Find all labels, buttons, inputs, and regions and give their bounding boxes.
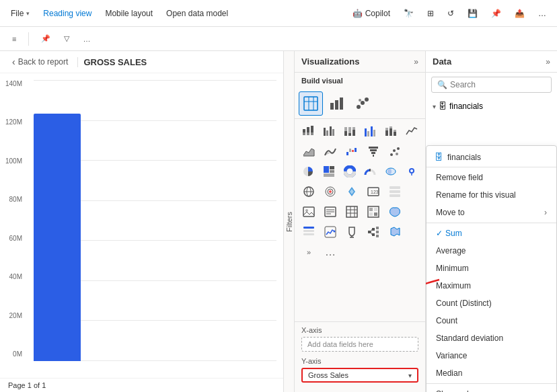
viz-clustered-col[interactable] <box>361 122 380 141</box>
ctx-sum[interactable]: ✓Sum <box>426 225 556 242</box>
context-menu: 🗄 financials Remove field Rename for thi… <box>426 145 557 392</box>
toolbar-more-btn[interactable]: … <box>79 32 94 46</box>
refresh-btn[interactable]: ↺ <box>442 6 459 21</box>
viz-filled-map[interactable] <box>381 162 401 181</box>
svg-rect-36 <box>394 130 396 132</box>
back-button[interactable]: ‹ Back to report <box>8 55 72 69</box>
viz-target[interactable] <box>320 182 340 201</box>
db-icon: 🗄 <box>439 102 447 111</box>
toolbar-pin-btn[interactable]: 📌 <box>37 32 54 46</box>
viz-100-stacked[interactable] <box>340 122 359 141</box>
viz-more-btn[interactable]: … <box>320 243 340 262</box>
y-label-120: 120M <box>5 118 22 126</box>
viz-filled-map-2[interactable] <box>385 223 405 241</box>
svg-point-67 <box>329 190 332 193</box>
search-box[interactable]: 🔍 <box>431 77 552 93</box>
viz-text-box[interactable] <box>320 202 340 221</box>
viz-ribbon[interactable] <box>320 142 340 161</box>
viz-card[interactable]: 123 <box>363 182 383 201</box>
viz-header-icons: » <box>414 57 418 67</box>
viz-decomp-tree[interactable] <box>363 223 383 241</box>
search-input[interactable] <box>450 80 551 89</box>
y-axis-value[interactable]: Gross Sales ▾ <box>301 368 418 383</box>
ctx-std-dev[interactable]: Standard deviation <box>426 329 556 347</box>
ctx-remove-field[interactable]: Remove field <box>426 169 556 186</box>
viz-matrix[interactable] <box>363 202 383 221</box>
ctx-variance[interactable]: Variance <box>426 347 556 364</box>
viz-image[interactable] <box>299 202 319 221</box>
menu-mobile-layout[interactable]: Mobile layout <box>100 6 158 21</box>
viz-stacked-col[interactable] <box>381 122 401 141</box>
viz-slicer[interactable] <box>299 223 319 241</box>
svg-point-9 <box>365 97 369 102</box>
svg-rect-32 <box>385 128 388 130</box>
viz-gauge[interactable] <box>361 162 380 181</box>
viz-clustered-bar[interactable] <box>320 122 339 141</box>
svg-rect-40 <box>355 148 357 152</box>
menu-reading-view[interactable]: Reading view <box>38 6 97 21</box>
ctx-move-to[interactable]: Move to › <box>426 204 556 221</box>
ctx-count-distinct[interactable]: Count (Distinct) <box>426 295 556 312</box>
viz-kpi[interactable] <box>320 223 340 241</box>
ctx-average[interactable]: Average <box>426 242 556 260</box>
share-btn[interactable]: 📤 <box>509 6 530 21</box>
viz-shape-map[interactable] <box>385 202 405 221</box>
viz-row-4: 123 <box>299 182 421 201</box>
hamburger-btn[interactable]: ≡ <box>8 32 20 46</box>
viz-scatter[interactable] <box>385 142 405 161</box>
viz-multi-row-card[interactable] <box>385 182 405 201</box>
bar-gross-sales[interactable] <box>34 114 81 361</box>
viz-expand-btn[interactable]: » <box>299 243 319 262</box>
copilot-btn[interactable]: 🤖 Copilot <box>347 6 396 21</box>
grid-btn[interactable]: ⊞ <box>422 6 439 21</box>
viz-globe[interactable] <box>299 182 319 201</box>
svg-rect-42 <box>370 149 377 151</box>
svg-text:123: 123 <box>371 190 379 194</box>
ctx-show-value-arrow-icon: › <box>544 389 547 392</box>
viz-treemap[interactable] <box>320 162 339 181</box>
viz-pie[interactable] <box>299 162 318 181</box>
ctx-minimum[interactable]: Minimum <box>426 260 556 277</box>
svg-rect-29 <box>371 126 373 136</box>
x-axis-input[interactable]: Add data fields here <box>301 337 418 352</box>
viz-funnel[interactable] <box>363 142 383 161</box>
viz-icon-scatter[interactable] <box>350 91 374 116</box>
viz-waterfall[interactable] <box>342 142 362 161</box>
svg-point-7 <box>357 105 361 109</box>
y-label-20: 20M <box>9 312 22 319</box>
filters-panel[interactable]: Filters <box>284 51 295 392</box>
viz-stacked-bar[interactable] <box>299 122 318 141</box>
viz-area[interactable] <box>299 142 319 161</box>
tree-item-financials[interactable]: ▾ 🗄 financials <box>426 100 557 113</box>
toolbar-separator <box>28 32 29 46</box>
viz-trophy[interactable] <box>342 223 362 241</box>
y-axis-chevron: ▾ <box>408 372 412 379</box>
svg-rect-26 <box>352 127 355 130</box>
menu-open-data-model[interactable]: Open data model <box>161 6 233 21</box>
ctx-count[interactable]: Count <box>426 312 556 329</box>
ctx-db-icon: 🗄 <box>435 152 443 162</box>
more-btn[interactable]: … <box>533 6 552 21</box>
toolbar-filter-icon: ▽ <box>64 34 69 43</box>
viz-icon-bar-chart[interactable] <box>324 91 348 116</box>
viz-line[interactable] <box>402 122 421 141</box>
viz-azure-map[interactable] <box>342 182 362 201</box>
ctx-show-value-as[interactable]: Show value as › <box>426 385 556 392</box>
viz-expand-icon[interactable]: » <box>414 57 418 67</box>
toolbar-filter-btn[interactable]: ▽ <box>60 32 73 46</box>
svg-line-103 <box>371 232 372 235</box>
data-expand-icon[interactable]: » <box>546 57 550 67</box>
viz-table-grid[interactable] <box>342 202 362 221</box>
ctx-median[interactable]: Median <box>426 364 556 382</box>
viz-icon-table[interactable] <box>299 91 323 116</box>
pin-btn[interactable]: 📌 <box>486 6 507 21</box>
ctx-rename[interactable]: Rename for this visual <box>426 186 556 204</box>
viz-donut[interactable] <box>340 162 359 181</box>
binoculars-btn[interactable]: 🔭 <box>398 6 419 21</box>
viz-map[interactable] <box>402 162 421 181</box>
ctx-maximum[interactable]: Maximum <box>426 277 556 295</box>
menu-file[interactable]: File ▾ <box>5 6 35 21</box>
main-area: ‹ Back to report GROSS SALES 140M 120M 1… <box>0 51 557 392</box>
save-btn[interactable]: 💾 <box>462 6 483 21</box>
share-icon: 📤 <box>515 9 525 18</box>
